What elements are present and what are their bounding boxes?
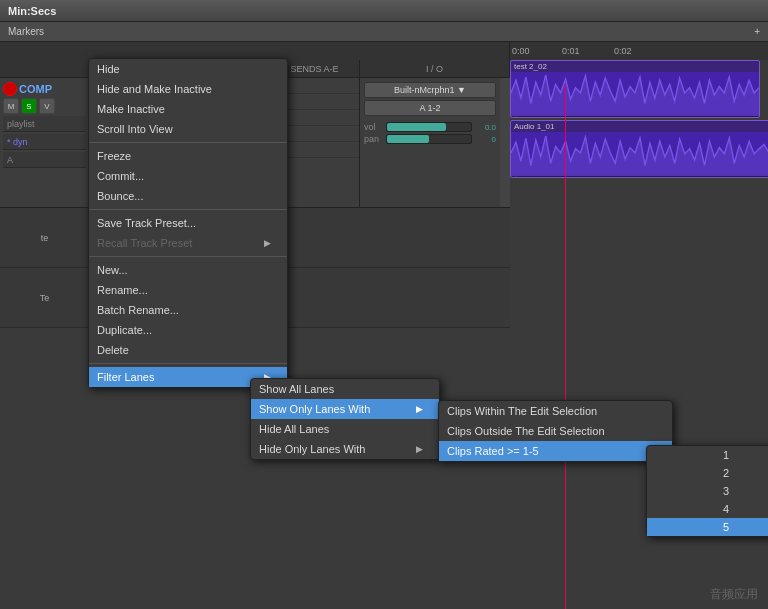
menu-show-only-lanes[interactable]: Show Only Lanes With ▶ (251, 399, 439, 419)
watermark: 音频应用 (710, 586, 758, 603)
waveform-body-1: ⬇0 dB (511, 72, 759, 114)
menu-hide-all-lanes[interactable]: Hide All Lanes (251, 419, 439, 439)
context-menu-show-only: Clips Within The Edit Selection Clips Ou… (438, 400, 673, 462)
menu-hide[interactable]: Hide (89, 59, 287, 79)
rating-3[interactable]: 3 (647, 482, 768, 500)
db-badge-2: ⬇0 dB (511, 176, 768, 178)
header-io: I / O (360, 60, 510, 77)
rating-4[interactable]: 4 (647, 500, 768, 518)
vol-pan: vol 0.0 pan 0 (360, 120, 500, 146)
record-button[interactable] (3, 82, 17, 96)
clip-label-2: Audio 1_01 (511, 121, 768, 132)
separator-4 (89, 363, 287, 364)
time-0-01: 0:01 (562, 46, 580, 56)
playlist-row: playlist (3, 116, 86, 132)
menu-clips-rated[interactable]: Clips Rated >= 1-5 ▶ (439, 441, 672, 461)
playhead (565, 84, 566, 609)
pan-bar[interactable] (386, 134, 472, 144)
io-col: Built-nMcrphn1 ▼ A 1-2 vol 0.0 pan (360, 78, 500, 207)
time-0-00: 0:00 (512, 46, 530, 56)
context-menu-ratings: 1 2 3 4 5 (646, 445, 768, 537)
waveform-clip-1[interactable]: test 2_02 ⬇0 dB (510, 60, 760, 118)
menu-clips-outside[interactable]: Clips Outside The Edit Selection (439, 421, 672, 441)
comp-track-name: COMP (19, 83, 52, 95)
rating-5[interactable]: 5 (647, 518, 768, 536)
menu-clips-within[interactable]: Clips Within The Edit Selection (439, 401, 672, 421)
sub-track-1-name: te (41, 233, 49, 243)
menu-make-inactive[interactable]: Make Inactive (89, 99, 287, 119)
separator-3 (89, 256, 287, 257)
context-menu-filter-lanes: Show All Lanes Show Only Lanes With ▶ Hi… (250, 378, 440, 460)
auto-row: A (3, 152, 86, 168)
context-menu-main: Hide Hide and Make Inactive Make Inactiv… (88, 58, 288, 388)
menu-show-all-lanes[interactable]: Show All Lanes (251, 379, 439, 399)
menu-delete[interactable]: Delete (89, 340, 287, 360)
app-title: Min:Secs (8, 5, 56, 17)
menu-duplicate[interactable]: Duplicate... (89, 320, 287, 340)
rating-2[interactable]: 2 (647, 464, 768, 482)
markers-label: Markers (8, 26, 44, 37)
menu-batch-rename[interactable]: Batch Rename... (89, 300, 287, 320)
separator-1 (89, 142, 287, 143)
menu-freeze[interactable]: Freeze (89, 146, 287, 166)
menu-recall-preset: Recall Track Preset ▶ (89, 233, 287, 253)
menu-bounce[interactable]: Bounce... (89, 186, 287, 206)
menu-save-preset[interactable]: Save Track Preset... (89, 213, 287, 233)
pan-value: 0 (474, 135, 496, 144)
waveform-clip-2[interactable]: Audio 1_01 ⬇0 dB (510, 120, 768, 178)
menu-hide-only-lanes[interactable]: Hide Only Lanes With ▶ (251, 439, 439, 459)
pan-row: pan 0 (364, 134, 496, 144)
vol-value: 0.0 (474, 123, 496, 132)
vol-row: vol 0.0 (364, 122, 496, 132)
comp-track-controls: COMP M S V playlist * dyn A (0, 78, 90, 207)
menu-scroll-view[interactable]: Scroll Into View (89, 119, 287, 139)
waveform-body-2: ⬇0 dB (511, 132, 768, 174)
output-btn[interactable]: A 1-2 (364, 100, 496, 116)
add-marker-button[interactable]: + (754, 26, 760, 37)
menu-rename[interactable]: Rename... (89, 280, 287, 300)
track-mute-btn[interactable]: M (3, 98, 19, 114)
menu-hide-inactive[interactable]: Hide and Make Inactive (89, 79, 287, 99)
markers-bar: Markers + (0, 22, 768, 42)
sub-track-2-name: Te (40, 293, 50, 303)
vol-bar[interactable] (386, 122, 472, 132)
separator-2 (89, 209, 287, 210)
header-left (0, 60, 90, 77)
menu-new[interactable]: New... (89, 260, 287, 280)
io-section: Built-nMcrphn1 ▼ A 1-2 (360, 78, 500, 120)
dyn-row: * dyn (3, 134, 86, 150)
track-solo-btn[interactable]: S (21, 98, 37, 114)
time-0-02: 0:02 (614, 46, 632, 56)
menu-commit[interactable]: Commit... (89, 166, 287, 186)
db-badge-1: ⬇0 dB (511, 116, 759, 118)
rating-1[interactable]: 1 (647, 446, 768, 464)
clip-label-1: test 2_02 (511, 61, 759, 72)
input-btn[interactable]: Built-nMcrphn1 ▼ (364, 82, 496, 98)
title-bar: Min:Secs (0, 0, 768, 22)
track-voice-btn[interactable]: V (39, 98, 55, 114)
timeline-ruler: 0:00 0:01 0:02 (510, 42, 768, 60)
